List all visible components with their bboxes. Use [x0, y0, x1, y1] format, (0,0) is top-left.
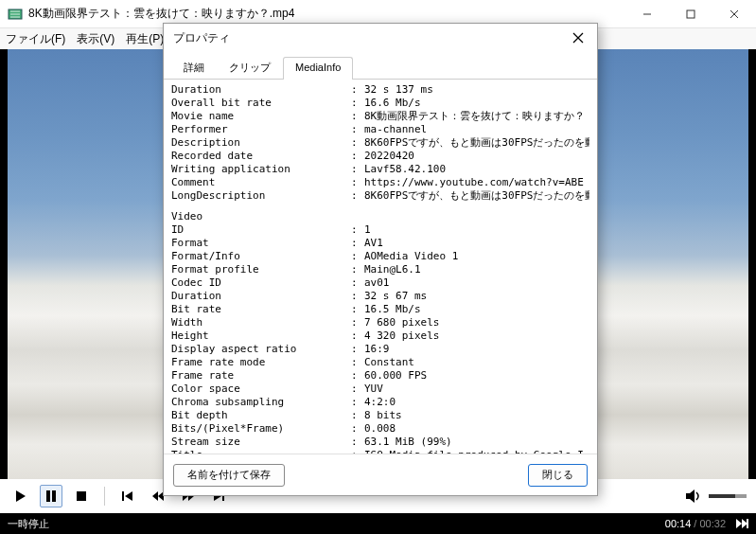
- svg-marker-5: [16, 490, 26, 502]
- mediainfo-row: Stream size: 63.1 MiB (99%): [171, 436, 589, 449]
- svg-rect-7: [52, 490, 56, 502]
- statusbar: 一時停止 00:14 / 00:32: [0, 513, 756, 534]
- mediainfo-row: Frame rate mode: Constant: [171, 356, 589, 369]
- mediainfo-row: Overall bit rate: 16.6 Mb/s: [171, 97, 589, 110]
- minimize-button[interactable]: [625, 0, 669, 27]
- close-dialog-button[interactable]: 閉じる: [528, 464, 588, 487]
- mediainfo-row: Codec ID: av01: [171, 276, 589, 290]
- mediainfo-row: Duration: 32 s 137 ms: [171, 83, 589, 97]
- tab-mediainfo[interactable]: MediaInfo: [283, 57, 353, 80]
- close-button[interactable]: [712, 0, 756, 27]
- playback-state: 一時停止: [8, 517, 49, 531]
- mediainfo-row: Recorded date: 20220420: [171, 150, 589, 163]
- menu-play[interactable]: 再生(P): [126, 31, 164, 47]
- menu-view[interactable]: 表示(V): [77, 31, 114, 47]
- mediainfo-row: LongDescription: 8K60FPSですが、もと動画は30FPSだっ…: [171, 189, 589, 203]
- svg-rect-9: [122, 491, 124, 501]
- skip-end-icon[interactable]: [735, 518, 748, 529]
- mediainfo-row: Format/Info: AOMedia Video 1: [171, 250, 589, 263]
- prev-track-button[interactable]: [116, 485, 139, 507]
- mediainfo-row: Format profile: Main@L6.1: [171, 263, 589, 276]
- dialog-title: プロパティ: [173, 30, 569, 46]
- tab-clip[interactable]: クリップ: [217, 56, 283, 79]
- mediainfo-row: Bit depth: 8 bits: [171, 409, 589, 422]
- play-button[interactable]: [9, 485, 32, 507]
- mediainfo-content[interactable]: Duration: 32 s 137 msOverall bit rate: 1…: [164, 80, 597, 454]
- mediainfo-row: Height: 4 320 pixels: [171, 329, 589, 343]
- volume-icon: [684, 489, 703, 504]
- mediainfo-row: Chroma subsampling: 4:2:0: [171, 396, 589, 409]
- mediainfo-row: Bits/(Pixel*Frame): 0.008: [171, 422, 589, 436]
- mediainfo-row: ID: 1: [171, 223, 589, 237]
- app-icon: [8, 7, 23, 22]
- pause-button[interactable]: [40, 485, 62, 507]
- svg-marker-11: [152, 491, 158, 501]
- mediainfo-row: Description: 8K60FPSですが、もと動画は30FPSだったのを動…: [171, 136, 589, 150]
- mediainfo-row: Duration: 32 s 67 ms: [171, 290, 589, 303]
- mediainfo-row: Writing application: Lavf58.42.100: [171, 163, 589, 176]
- properties-dialog: プロパティ 詳細 クリップ MediaInfo Duration: 32 s 1…: [163, 23, 598, 496]
- volume-slider[interactable]: [709, 494, 747, 498]
- dialog-close-button[interactable]: [569, 28, 588, 47]
- mediainfo-section-head: Video: [171, 210, 589, 223]
- dialog-footer: 名前を付けて保存 閉じる: [164, 454, 597, 495]
- volume-control[interactable]: [684, 489, 747, 504]
- mediainfo-row: Display aspect ratio: 16:9: [171, 343, 589, 356]
- dialog-tabs: 詳細 クリップ MediaInfo: [164, 56, 597, 80]
- svg-marker-10: [125, 491, 132, 501]
- maximize-button[interactable]: [669, 0, 712, 27]
- divider: [104, 487, 105, 506]
- time-display: 00:14 / 00:32: [665, 518, 726, 529]
- mediainfo-row: Bit rate: 16.5 Mb/s: [171, 303, 589, 316]
- mediainfo-row: Frame rate: 60.000 FPS: [171, 369, 589, 383]
- svg-rect-6: [46, 490, 50, 502]
- stop-button[interactable]: [70, 485, 93, 507]
- svg-marker-18: [736, 519, 742, 528]
- mediainfo-row: Performer: ma-channel: [171, 123, 589, 136]
- mediainfo-row: Width: 7 680 pixels: [171, 316, 589, 329]
- mediainfo-row: Comment: https://www.youtube.com/watch?v…: [171, 176, 589, 189]
- mediainfo-row: Movie name: 8K動画限界テスト：雲を抜けて：映りますか？: [171, 110, 589, 123]
- svg-rect-20: [747, 519, 748, 528]
- dialog-titlebar: プロパティ: [164, 24, 597, 52]
- save-as-button[interactable]: 名前を付けて保存: [173, 464, 285, 487]
- mediainfo-row: Format: AV1: [171, 237, 589, 250]
- svg-rect-2: [687, 10, 694, 18]
- tab-details[interactable]: 詳細: [171, 56, 217, 79]
- window-title: 8K動画限界テスト：雲を抜けて：映りますか？.mp4: [28, 6, 625, 22]
- menu-file[interactable]: ファイル(F): [6, 31, 65, 47]
- mediainfo-row: Color space: YUV: [171, 383, 589, 396]
- svg-marker-17: [686, 490, 694, 503]
- svg-rect-8: [77, 491, 86, 501]
